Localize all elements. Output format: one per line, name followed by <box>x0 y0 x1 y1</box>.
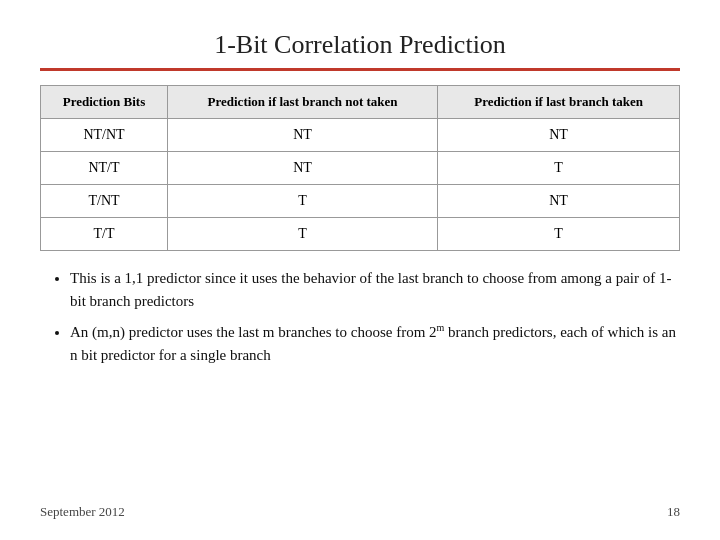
cell-not-taken-2: NT <box>167 152 437 185</box>
cell-bits-2: NT/T <box>41 152 168 185</box>
slide: 1-Bit Correlation Prediction Prediction … <box>0 0 720 540</box>
cell-bits-3: T/NT <box>41 185 168 218</box>
cell-taken-3: NT <box>438 185 680 218</box>
divider <box>40 68 680 71</box>
cell-bits-4: T/T <box>41 218 168 251</box>
footer: September 2012 18 <box>40 498 680 520</box>
cell-taken-1: NT <box>438 119 680 152</box>
slide-title: 1-Bit Correlation Prediction <box>40 30 680 60</box>
col-header-3: Prediction if last branch taken <box>438 86 680 119</box>
table-row: NT/T NT T <box>41 152 680 185</box>
table-row: T/NT T NT <box>41 185 680 218</box>
cell-taken-2: T <box>438 152 680 185</box>
superscript-m: m <box>437 322 445 333</box>
bullet-text-2: An (m,n) predictor uses the last m branc… <box>70 324 676 363</box>
bullet-item-2: An (m,n) predictor uses the last m branc… <box>70 320 680 366</box>
cell-not-taken-4: T <box>167 218 437 251</box>
bullet-item-1: This is a 1,1 predictor since it uses th… <box>70 267 680 312</box>
cell-not-taken-3: T <box>167 185 437 218</box>
cell-bits-1: NT/NT <box>41 119 168 152</box>
cell-taken-4: T <box>438 218 680 251</box>
table-row: NT/NT NT NT <box>41 119 680 152</box>
col-header-1: Prediction Bits <box>41 86 168 119</box>
col-header-2: Prediction if last branch not taken <box>167 86 437 119</box>
footer-date: September 2012 <box>40 504 125 520</box>
bullet-list: This is a 1,1 predictor since it uses th… <box>40 267 680 374</box>
bullet-text-1: This is a 1,1 predictor since it uses th… <box>70 270 672 309</box>
footer-page: 18 <box>667 504 680 520</box>
cell-not-taken-1: NT <box>167 119 437 152</box>
prediction-table: Prediction Bits Prediction if last branc… <box>40 85 680 251</box>
table-row: T/T T T <box>41 218 680 251</box>
